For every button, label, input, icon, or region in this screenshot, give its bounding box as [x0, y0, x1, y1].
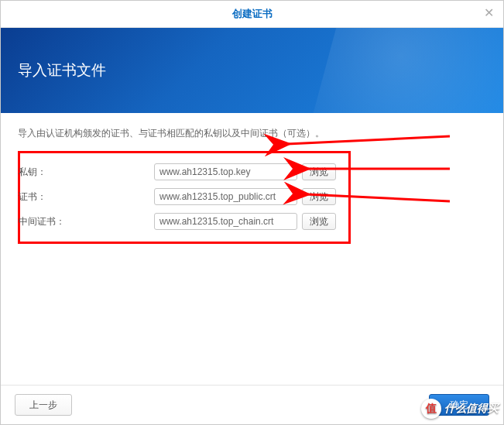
input-intermediate[interactable]	[154, 213, 297, 230]
watermark-text: 什么值得买	[444, 402, 499, 416]
row-private-key: 私钥： 浏览	[26, 161, 342, 183]
description-text: 导入由认证机构颁发的证书、与证书相匹配的私钥以及中间证书（可选）。	[18, 127, 486, 140]
browse-button-certificate[interactable]: 浏览	[302, 188, 336, 205]
close-icon[interactable]: ✕	[482, 6, 495, 20]
row-certificate: 证书： 浏览	[26, 186, 342, 207]
file-form-highlight: 私钥： 浏览 证书： 浏览 中间证书： 浏览	[18, 151, 351, 244]
dialog-title: 创建证书	[232, 7, 273, 21]
browse-button-intermediate[interactable]: 浏览	[302, 213, 336, 230]
banner-title: 导入证书文件	[18, 60, 106, 81]
input-private-key[interactable]	[154, 163, 297, 180]
input-certificate[interactable]	[154, 188, 297, 205]
row-intermediate: 中间证书： 浏览	[26, 211, 342, 232]
content-area: 导入由认证机构颁发的证书、与证书相匹配的私钥以及中间证书（可选）。 私钥： 浏览…	[1, 113, 503, 385]
titlebar: 创建证书 ✕	[1, 1, 503, 28]
prev-button[interactable]: 上一步	[15, 394, 72, 416]
label-certificate: 证书：	[19, 190, 146, 204]
banner: 导入证书文件	[1, 28, 503, 113]
watermark-badge-icon: 值	[421, 399, 441, 419]
label-intermediate: 中间证书：	[19, 215, 146, 228]
create-cert-dialog: 创建证书 ✕ 导入证书文件 导入由认证机构颁发的证书、与证书相匹配的私钥以及中间…	[0, 0, 504, 425]
browse-button-private-key[interactable]: 浏览	[302, 163, 336, 180]
label-private-key: 私钥：	[19, 166, 146, 179]
watermark: 值 什么值得买	[421, 393, 503, 424]
